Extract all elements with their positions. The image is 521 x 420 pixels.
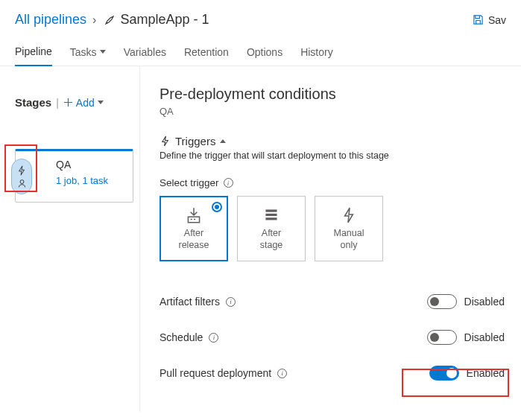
trigger-option-after-stage[interactable]: After stage: [237, 196, 306, 261]
pull-request-toggle[interactable]: [429, 366, 459, 381]
svg-rect-4: [265, 218, 277, 220]
tab-variables[interactable]: Variables: [124, 39, 166, 66]
artifact-filters-toggle[interactable]: [427, 294, 457, 309]
stage-card-wrap: QA 1 job, 1 task: [15, 141, 133, 210]
conditions-panel: Pre-deployment conditions QA Triggers De…: [140, 66, 521, 412]
save-button[interactable]: Sav: [473, 14, 506, 26]
chevron-down-icon: [100, 50, 106, 54]
predeploy-conditions-button[interactable]: [11, 159, 32, 194]
tab-retention[interactable]: Retention: [184, 39, 229, 66]
manual-bolt-icon: [339, 206, 359, 225]
stage-stack-icon: [262, 206, 281, 225]
svg-rect-3: [265, 214, 277, 216]
chevron-right-icon: ›: [92, 13, 96, 27]
tab-history[interactable]: History: [300, 39, 333, 66]
breadcrumb-root-link[interactable]: All pipelines: [15, 12, 86, 28]
add-stage-button[interactable]: Add: [63, 97, 104, 109]
toggle-state-label: Enabled: [467, 367, 505, 379]
stage-jobs-link[interactable]: 1 job, 1 task: [56, 175, 125, 186]
tab-tasks[interactable]: Tasks: [70, 39, 106, 66]
schedule-row: Schedule i Disabled: [160, 319, 505, 355]
page-title: SampleApp - 1: [102, 12, 209, 28]
toggle-state-label: Disabled: [464, 331, 505, 343]
trigger-icon: [160, 136, 171, 147]
info-icon[interactable]: i: [226, 297, 236, 307]
select-trigger-label: Select trigger i: [160, 177, 505, 188]
info-icon[interactable]: i: [277, 369, 287, 378]
trigger-cards: After release After stage Manual only: [160, 196, 505, 261]
user-icon: [17, 179, 27, 188]
panel-stage-name: QA: [160, 106, 505, 117]
pull-request-row: Pull request deployment i Enabled: [160, 355, 505, 391]
stage-name: QA: [56, 159, 125, 171]
download-package-icon: [184, 206, 203, 225]
triggers-description: Define the trigger that will start deplo…: [160, 150, 505, 161]
svg-point-0: [20, 179, 24, 183]
stages-header: Stages | Add: [15, 96, 133, 109]
rocket-icon: [104, 14, 116, 26]
artifact-filters-row: Artifact filters i Disabled: [160, 284, 505, 319]
radio-selected-icon: [212, 202, 222, 212]
panel-title: Pre-deployment conditions: [160, 86, 505, 103]
stages-pane: Stages | Add QA 1 job, 1 task: [0, 66, 140, 412]
content: Stages | Add QA 1 job, 1 task Pre-deploy…: [0, 66, 521, 412]
schedule-label: Schedule i: [160, 331, 218, 343]
toggle-state-label: Disabled: [464, 296, 505, 308]
plus-icon: [63, 98, 73, 107]
trigger-icon: [16, 165, 27, 176]
save-icon: [473, 14, 484, 25]
tab-options[interactable]: Options: [247, 39, 282, 66]
breadcrumb: All pipelines › SampleApp - 1 Sav: [0, 0, 521, 34]
triggers-section-header[interactable]: Triggers: [160, 135, 505, 147]
svg-rect-2: [265, 210, 277, 212]
pull-request-label: Pull request deployment i: [160, 367, 287, 379]
tabbar: Pipeline Tasks Variables Retention Optio…: [0, 34, 521, 66]
stages-label: Stages: [15, 96, 51, 109]
artifact-filters-label: Artifact filters i: [160, 296, 236, 308]
chevron-up-icon: [220, 139, 226, 143]
page-title-text: SampleApp - 1: [120, 12, 209, 28]
schedule-toggle[interactable]: [427, 330, 457, 345]
info-icon[interactable]: i: [224, 178, 233, 188]
save-label: Sav: [488, 14, 506, 26]
stage-card-qa[interactable]: QA 1 job, 1 task: [15, 149, 133, 203]
tab-pipeline[interactable]: Pipeline: [15, 39, 52, 66]
trigger-option-manual-only[interactable]: Manual only: [315, 196, 383, 261]
trigger-option-after-release[interactable]: After release: [160, 196, 228, 261]
chevron-down-icon: [98, 101, 104, 104]
info-icon[interactable]: i: [209, 333, 218, 343]
